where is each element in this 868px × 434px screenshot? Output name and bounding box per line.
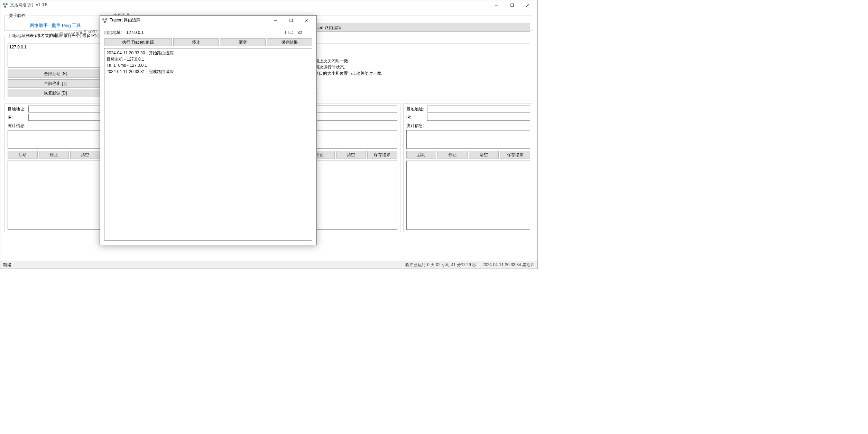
ping-panel-4: 目地地址: IP: 统计信息: 启动 停止 清空 保存结果 [403,103,533,232]
panel-target-label: 目地地址: [406,106,426,112]
dialog-ttl-label: TTL: [284,30,293,35]
panel-log-box[interactable] [406,161,530,230]
dialog-output[interactable]: 2024-04-11 20:33:30 - 开始路由追踪 目标主机 - 127.… [104,48,312,241]
status-ready: 就绪. [3,262,12,268]
dialog-target-input[interactable] [124,29,282,36]
svg-point-1 [6,3,8,5]
panel-ip-label: IP: [406,115,426,120]
svg-point-8 [105,18,107,20]
panel-stats-label: 统计信息: [406,123,530,129]
stop-all-button[interactable]: 全部停止 [T] [8,79,103,88]
svg-point-7 [102,18,104,20]
dialog-save-button[interactable]: 保存结果 [267,38,312,46]
status-datetime: 2024-04-11 20:33:34 星期四 [482,262,535,268]
panel-save-button[interactable]: 保存结果 [500,151,530,159]
tracert-dialog: Tracert 路由追踪 目地地址: TTL: 执行 Tracert 追踪 停止… [100,15,317,245]
svg-point-9 [104,21,106,23]
dialog-stop-button[interactable]: 停止 [173,38,219,46]
panel-save-button[interactable]: 保存结果 [367,151,397,159]
svg-point-0 [3,3,5,5]
dialog-ttl-input[interactable] [295,29,312,36]
minimize-button[interactable] [489,0,504,10]
panel-start-button[interactable]: 启动 [406,151,436,159]
targets-group: 目标地址列表 (域名或IP地址. 每行一个, 最多4个.) 127.0.0.1 … [4,33,106,100]
panel-stop-button[interactable]: 停止 [437,151,468,159]
panel-start-button[interactable]: 启动 [8,151,38,159]
panel-stats-box [406,130,530,149]
svg-rect-4 [511,4,514,7]
panel-ip-input[interactable] [427,114,530,121]
panel-clear-button[interactable]: 清空 [469,151,499,159]
dialog-run-button[interactable]: 执行 Tracert 追踪 [104,38,172,46]
panel-target-label: 目地地址: [8,106,27,112]
about-group: 关于软件 网络助手 - 批量 Ping 工具 [4,13,106,31]
app-icon [2,2,8,8]
maximize-button[interactable] [504,0,520,10]
dialog-minimize-button[interactable] [268,16,283,25]
panel-clear-button[interactable]: 清空 [70,151,100,159]
about-link[interactable]: 网络助手 - 批量 Ping 工具 [30,22,81,29]
status-uptime: 程序已运行 0 天 02 小时 41 分钟 29 秒 [405,262,476,268]
status-bar: 就绪. 程序已运行 0 天 02 小时 41 分钟 29 秒 2024-04-1… [0,261,537,269]
close-button[interactable] [520,0,535,10]
dialog-title: Tracert 路由追踪 [110,17,268,23]
panel-target-input[interactable] [427,106,530,112]
panel-ip-label: IP: [8,115,27,120]
svg-point-2 [4,6,6,8]
targets-textarea[interactable]: 127.0.0.1 [8,44,103,67]
main-window-title: 文迅网络助手 v1.0.5 [10,2,489,8]
panel-stop-button[interactable]: 停止 [39,151,69,159]
dialog-clear-button[interactable]: 清空 [220,38,265,46]
about-legend: 关于软件 [8,13,27,19]
main-titlebar: 文迅网络助手 v1.0.5 [0,0,537,10]
start-all-button[interactable]: 全部启动 [S] [8,70,103,78]
dialog-target-label: 目地地址: [104,30,122,36]
dialog-titlebar[interactable]: Tracert 路由追踪 [100,16,316,25]
reset-default-button[interactable]: 恢复默认 [D] [8,89,103,97]
panel-clear-button[interactable]: 清空 [336,151,366,159]
dialog-app-icon [102,18,108,23]
svg-rect-11 [290,19,293,22]
dialog-close-button[interactable] [299,16,314,25]
targets-legend: 目标地址列表 (域名或IP地址. 每行一个, 最多4个.) [8,33,101,39]
dialog-maximize-button[interactable] [283,16,299,25]
